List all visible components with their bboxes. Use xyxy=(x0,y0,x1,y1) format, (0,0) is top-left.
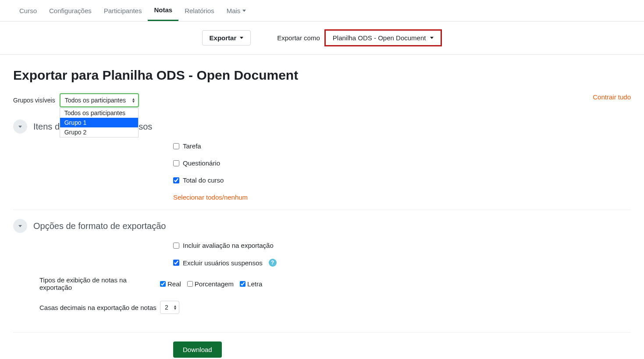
nav-tab-label: Mais xyxy=(227,7,241,14)
dropdown-option[interactable]: Grupo 1 xyxy=(60,118,138,127)
decimals-value: 2 xyxy=(165,304,168,311)
visible-groups-value: Todos os participantes xyxy=(65,97,126,104)
grade-item-label: Tarefa xyxy=(183,142,201,150)
grade-item-checkbox[interactable] xyxy=(173,160,179,166)
nav-tabs: CursoConfiguraçõesParticipantesNotasRela… xyxy=(0,0,644,21)
sort-icon: ▴▾ xyxy=(132,98,135,103)
export-button[interactable]: Exportar xyxy=(202,30,251,46)
format-options-top: Incluir avaliação na exportação Excluir … xyxy=(173,242,631,267)
select-all-none-link[interactable]: Selecionar todos/nenhum xyxy=(173,194,631,201)
nav-tab-curso[interactable]: Curso xyxy=(13,0,43,21)
dropdown-option[interactable]: Todos os participantes xyxy=(60,108,138,118)
grade-item-label: Questionário xyxy=(183,159,220,167)
display-types-label: Tipos de exibição de notas na exportação xyxy=(13,276,160,291)
display-type-label: Porcentagem xyxy=(195,280,234,288)
nav-tab-label: Configurações xyxy=(49,7,92,14)
visible-groups-select-wrap: Todos os participantes ▴▾ Todos os parti… xyxy=(60,93,139,107)
visible-groups-select[interactable]: Todos os participantes ▴▾ xyxy=(60,93,139,107)
dropdown-option[interactable]: Grupo 2 xyxy=(60,127,138,137)
nav-tab-label: Curso xyxy=(19,7,37,14)
display-type-checkbox[interactable] xyxy=(160,281,166,287)
export-as-label: Exportar como xyxy=(277,34,320,42)
grade-item-row: Questionário xyxy=(173,159,631,167)
display-type-option: Porcentagem xyxy=(187,280,234,288)
display-type-label: Letra xyxy=(247,280,262,288)
grade-item-checkbox[interactable] xyxy=(173,177,179,183)
page-content: Exportar para Planilha ODS - Open Docume… xyxy=(0,55,644,359)
include-feedback-checkbox[interactable] xyxy=(173,243,179,249)
export-as-select[interactable]: Planilha ODS - Open Document xyxy=(324,29,442,46)
export-button-label: Exportar xyxy=(210,34,237,42)
nav-tab-participantes[interactable]: Participantes xyxy=(98,0,148,21)
help-icon[interactable]: ? xyxy=(269,259,277,267)
include-feedback-label: Incluir avaliação na exportação xyxy=(183,242,274,249)
submit-row: Download xyxy=(173,341,631,358)
section-header-format: Opções de formato de exportação xyxy=(13,219,631,233)
include-feedback-row: Incluir avaliação na exportação xyxy=(173,242,631,249)
section-export-format: Opções de formato de exportação Incluir … xyxy=(13,219,631,333)
export-toolbar: Exportar Exportar como Planilha ODS - Op… xyxy=(0,21,644,55)
display-type-checkbox[interactable] xyxy=(240,281,246,287)
collapse-toggle[interactable] xyxy=(13,120,27,134)
collapse-toggle[interactable] xyxy=(13,219,27,233)
chevron-down-icon xyxy=(242,10,246,12)
exclude-suspended-label: Excluir usuários suspensos xyxy=(183,259,263,267)
exclude-suspended-row: Excluir usuários suspensos ? xyxy=(173,259,631,267)
display-type-option: Letra xyxy=(240,280,262,288)
nav-tab-label: Relatórios xyxy=(185,7,214,14)
display-type-option: Real xyxy=(160,280,181,288)
grade-items-list: TarefaQuestionárioTotal do cursoSelecion… xyxy=(173,142,631,201)
grade-item-checkbox[interactable] xyxy=(173,143,179,149)
grade-item-row: Total do curso xyxy=(173,176,631,184)
decimals-label: Casas decimais na exportação de notas xyxy=(13,304,160,311)
nav-tab-mais[interactable]: Mais xyxy=(221,0,253,21)
visible-groups-label: Grupos visíveis xyxy=(13,93,55,104)
nav-tab-notas[interactable]: Notas xyxy=(148,0,178,21)
grade-item-row: Tarefa xyxy=(173,142,631,150)
decimals-select[interactable]: 2 ▴▾ xyxy=(160,301,179,314)
section-title-format: Opções de formato de exportação xyxy=(33,221,166,231)
nav-tab-label: Participantes xyxy=(104,7,142,14)
display-type-label: Real xyxy=(167,280,181,288)
display-types-checks: RealPorcentagemLetra xyxy=(160,280,262,288)
export-as-value: Planilha ODS - Open Document xyxy=(333,34,426,42)
grade-item-label: Total do curso xyxy=(183,176,224,184)
nav-tab-configurações[interactable]: Configurações xyxy=(43,0,98,21)
export-as-group: Exportar como Planilha ODS - Open Docume… xyxy=(277,29,442,46)
download-button[interactable]: Download xyxy=(173,341,222,358)
decimals-row: Casas decimais na exportação de notas 2 … xyxy=(13,301,631,314)
decimals-input-col: 2 ▴▾ xyxy=(160,301,179,314)
nav-tab-relatórios[interactable]: Relatórios xyxy=(178,0,221,21)
display-type-checkbox[interactable] xyxy=(187,281,193,287)
sort-icon: ▴▾ xyxy=(174,305,176,310)
chevron-down-icon xyxy=(240,37,243,39)
collapse-all-link[interactable]: Contrair tudo xyxy=(593,93,631,101)
visible-groups-row: Grupos visíveis Todos os participantes ▴… xyxy=(13,93,593,107)
chevron-down-icon xyxy=(18,225,22,227)
chevron-down-icon xyxy=(430,37,434,39)
exclude-suspended-checkbox[interactable] xyxy=(173,260,179,266)
chevron-down-icon xyxy=(18,126,22,128)
display-types-row: Tipos de exibição de notas na exportação… xyxy=(13,276,631,291)
page-title: Exportar para Planilha ODS - Open Docume… xyxy=(13,68,631,83)
visible-groups-dropdown: Todos os participantesGrupo 1Grupo 2 xyxy=(60,108,139,137)
nav-tab-label: Notas xyxy=(154,6,172,14)
